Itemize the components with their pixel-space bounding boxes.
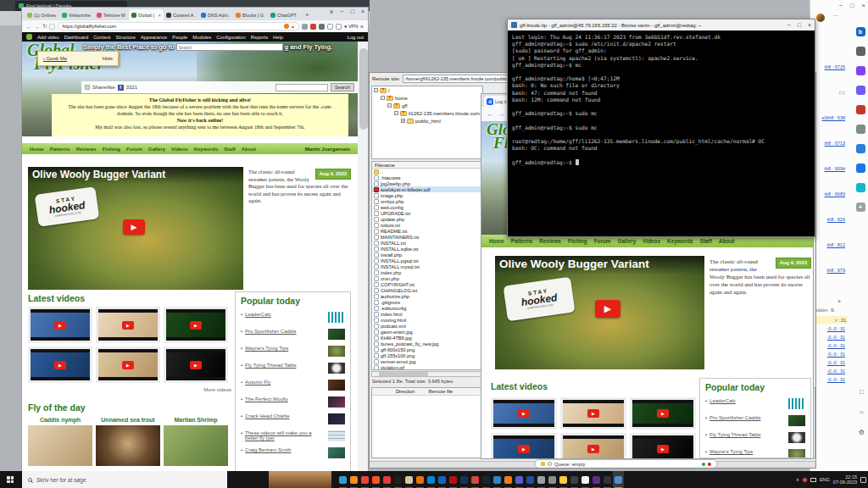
fly-card[interactable]: Caddis nymph — [28, 417, 92, 466]
popular-item[interactable]: • Wayne's Tying Tips — [705, 449, 805, 458]
file-row[interactable]: index.html — [372, 311, 482, 317]
vpn-badge[interactable]: ● VPN — [344, 24, 358, 29]
close-icon[interactable]: × — [862, 2, 865, 9]
page-scrollbar[interactable] — [358, 42, 369, 471]
maximize-icon[interactable]: □ — [351, 8, 354, 15]
file-row[interactable]: authorize.php — [372, 293, 482, 299]
close-icon[interactable]: × — [361, 8, 364, 15]
taskbar-app-icon[interactable] — [392, 471, 403, 488]
nav-item[interactable]: Videos — [171, 147, 188, 152]
file-row[interactable]: moving.html — [372, 317, 482, 323]
drupal-icon[interactable] — [26, 34, 32, 40]
start-button[interactable] — [0, 471, 20, 488]
nav-item[interactable]: Videos — [643, 238, 660, 244]
play-button[interactable]: ▶ — [123, 219, 145, 235]
file-row[interactable]: venner-envoi.jpg — [372, 358, 482, 364]
edge-sidebar-icon[interactable] — [856, 125, 865, 134]
browser-tab[interactable]: DNS Adm... — [198, 9, 233, 20]
popular-item[interactable]: • Craig Bertram Smith — [241, 447, 345, 458]
edge-sidebar-icon[interactable] — [856, 66, 865, 75]
warning-icon[interactable]: ▲ — [291, 24, 295, 29]
video-thumbnail[interactable]: ▶ — [491, 433, 557, 458]
nav-item[interactable]: Home — [489, 238, 504, 244]
edge-sidebar-icon[interactable]: + — [856, 202, 865, 212]
taskbar-app-icon[interactable] — [381, 471, 392, 488]
taskbar-app-icon[interactable] — [536, 471, 547, 488]
fly-card[interactable]: Unnamed sea trout — [96, 417, 160, 466]
file-row[interactable]: podcast.xml — [372, 323, 482, 329]
clock[interactable]: 22:15 07-09-2023 — [833, 474, 857, 485]
terminal-titlebar[interactable]: gff-linode.tlp - gff_admin@45.79.165.155… — [508, 19, 815, 30]
video-thumbnail[interactable]: ▶ — [28, 307, 92, 343]
taskbar-app-icon[interactable] — [459, 471, 470, 488]
reload-icon[interactable]: ↻ — [42, 23, 47, 30]
url-field[interactable]: https://globalflyfisher.com ▲ — [58, 22, 299, 30]
file-row[interactable]: MAINTAINERS.txt — [372, 234, 482, 240]
browser-tab[interactable]: ChatGPT — [268, 9, 303, 20]
menu-icon[interactable]: ≡ — [360, 24, 364, 30]
tree-expander-icon[interactable]: − — [374, 88, 378, 92]
file-row[interactable]: index.php — [372, 269, 482, 275]
file-row[interactable]: UPGRADE.txt — [372, 210, 482, 216]
admin-menu-item[interactable]: Dashboard — [64, 35, 88, 40]
share-like-label[interactable]: Share/like — [92, 85, 115, 90]
file-row[interactable]: INSTALL.mysql.txt — [372, 263, 482, 269]
popular-item[interactable]: • LeaderCalc — [705, 398, 805, 409]
tray-app-icon[interactable] — [803, 478, 807, 482]
logout-link[interactable]: Log out — [348, 35, 364, 40]
forward-icon[interactable]: → — [35, 24, 41, 30]
maximize-icon[interactable]: □ — [798, 22, 801, 28]
minimize-icon[interactable]: − — [341, 8, 344, 15]
file-row[interactable]: .gitignore — [372, 299, 482, 305]
nav-item[interactable]: About — [242, 147, 256, 152]
edge-bottom-icon[interactable]: ○ — [860, 408, 864, 416]
nav-item[interactable]: Gallery — [148, 147, 165, 152]
search-button[interactable]: Search — [331, 83, 354, 92]
taskbar-app-icon[interactable] — [569, 471, 580, 488]
nav-item[interactable]: Reviews — [76, 147, 97, 152]
article-image[interactable]: Olive Wooly Bugger Variant STAY hooked A… — [495, 256, 704, 369]
tree-expander-icon[interactable]: + — [401, 119, 405, 123]
site-search-input[interactable] — [275, 84, 328, 92]
filename-column-header[interactable]: Filename — [371, 161, 483, 169]
admin-menu-item[interactable]: Content — [93, 35, 110, 40]
article-image[interactable]: Olive Wooly Bugger Variant STAY hooked A… — [28, 167, 243, 290]
tree-expander-icon[interactable]: − — [394, 111, 398, 115]
back-icon[interactable]: ← — [26, 24, 32, 30]
notification-center-icon[interactable] — [860, 477, 866, 483]
admin-menu-item[interactable]: People — [172, 35, 187, 40]
profile-avatar[interactable] — [816, 14, 825, 22]
tree-node[interactable]: − gff — [372, 102, 482, 109]
tree-node[interactable]: − / — [372, 86, 482, 94]
taskbar-app-icon[interactable] — [613, 471, 624, 488]
file-row[interactable]: COPYRIGHT.txt — [372, 281, 482, 287]
file-row[interactable]: .. — [372, 169, 482, 175]
file-row[interactable]: gavin-erwin.jpg — [372, 329, 482, 335]
nav-item[interactable]: Keywords — [667, 238, 693, 244]
horizontal-scrollbar[interactable] — [371, 371, 483, 377]
taskbar-app-icon[interactable] — [514, 471, 525, 488]
file-row[interactable]: update.php — [372, 216, 482, 222]
admin-menu-item[interactable]: Structure — [115, 35, 136, 40]
file-row[interactable]: image.php — [372, 192, 482, 198]
file-row[interactable]: .editorconfig — [372, 305, 482, 311]
taskbar-app-icon[interactable] — [547, 471, 558, 488]
file-row[interactable]: cron.php — [372, 275, 482, 281]
taskbar-app-icon[interactable] — [337, 471, 348, 488]
maximize-icon[interactable]: □ — [850, 2, 854, 9]
nav-item[interactable]: Reviews — [539, 238, 561, 244]
tree-expander-icon[interactable]: − — [381, 96, 385, 100]
file-row[interactable]: CHANGELOG.txt — [372, 287, 482, 293]
edge-sidebar-icon[interactable] — [856, 183, 865, 192]
popular-item[interactable]: • Fly Tying Thread Table — [241, 363, 345, 374]
tree-expander-icon[interactable]: − — [387, 103, 392, 108]
hide-link[interactable]: Hide — [103, 56, 113, 61]
file-row[interactable]: KHM-4TB9.jpg — [372, 335, 482, 341]
taskbar-app-icon[interactable] — [580, 471, 591, 488]
minimize-icon[interactable]: − — [787, 22, 791, 28]
nav-item[interactable]: Patterns — [511, 238, 533, 244]
nav-item[interactable]: Staff — [700, 238, 712, 244]
taskbar-app-icon[interactable] — [591, 471, 602, 488]
tab-search-icon[interactable]: ∨ — [329, 8, 333, 15]
tree-node[interactable]: − home — [372, 94, 482, 102]
